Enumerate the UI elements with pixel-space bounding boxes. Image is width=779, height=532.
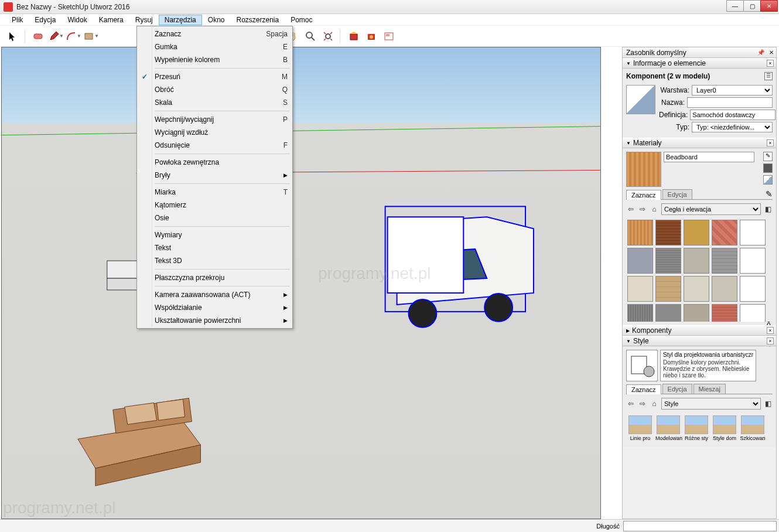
menu-kamera[interactable]: Kamera xyxy=(93,15,129,25)
material-swatch[interactable] xyxy=(712,276,737,302)
material-swatch[interactable] xyxy=(627,276,653,302)
material-swatch[interactable] xyxy=(684,220,709,245)
menu-item-wepchnij-wyci-gnij[interactable]: Wepchnij/wyciągnijP xyxy=(138,113,291,126)
material-swatch[interactable] xyxy=(712,304,737,322)
panel-close-icon[interactable]: × xyxy=(767,327,774,334)
layer-select[interactable]: Layer0 xyxy=(692,85,773,96)
material-swatch[interactable] xyxy=(627,220,653,245)
panel-close-icon[interactable]: × xyxy=(767,139,774,146)
material-swatch[interactable] xyxy=(684,248,709,274)
material-swatch[interactable] xyxy=(684,276,709,302)
material-swatch[interactable] xyxy=(655,220,681,245)
close-button[interactable]: ✕ xyxy=(760,0,778,12)
definition-input[interactable] xyxy=(690,110,775,120)
panel-close-icon[interactable]: × xyxy=(767,60,774,67)
menu-okno[interactable]: Okno xyxy=(202,15,231,25)
nav-back-icon[interactable]: ⇦ xyxy=(626,204,636,214)
type-select[interactable]: Typ: <niezdefiniow... xyxy=(692,122,773,132)
toggle-icon[interactable]: ☰ xyxy=(764,72,773,80)
materials-tab-edit[interactable]: Edycja xyxy=(662,189,692,199)
menu-item-gumka[interactable]: GumkaE xyxy=(138,40,291,53)
material-swatch[interactable] xyxy=(712,248,737,274)
menu-rysuj[interactable]: Rysuj xyxy=(129,15,159,25)
material-swatch[interactable] xyxy=(655,248,681,274)
material-swatch[interactable] xyxy=(740,248,766,274)
menu-item-skala[interactable]: SkalaS xyxy=(138,96,291,109)
material-swatch[interactable] xyxy=(627,304,653,322)
sample-material-icon[interactable] xyxy=(763,175,773,185)
menu-item-obr-[interactable]: ObróćQ xyxy=(138,83,291,96)
material-category-select[interactable]: Cegła i elewacja xyxy=(661,203,761,215)
layout-icon[interactable] xyxy=(381,28,397,45)
minimize-button[interactable]: — xyxy=(726,0,744,12)
nav-back-icon[interactable]: ⇦ xyxy=(626,399,636,408)
panel-close-icon[interactable]: × xyxy=(767,337,774,345)
material-swatch[interactable] xyxy=(740,304,766,322)
menu-edycja[interactable]: Edycja xyxy=(29,15,62,25)
menu-item-przesu-[interactable]: ✓PrzesuńM xyxy=(138,70,291,83)
menu-item-miarka[interactable]: MiarkaT xyxy=(138,186,291,199)
extension-warehouse-icon[interactable] xyxy=(363,28,380,45)
3d-viewport[interactable]: programy.net.pl programy.net.pl xyxy=(1,47,601,519)
style-name-input[interactable] xyxy=(663,352,753,358)
menu-item-wype-nienie-kolorem[interactable]: Wypełnienie koloremB xyxy=(138,53,291,66)
menu-icon[interactable]: ◧ xyxy=(763,399,773,408)
material-swatch[interactable] xyxy=(655,304,681,322)
menu-pomoc[interactable]: Pomoc xyxy=(285,15,318,25)
material-swatch[interactable] xyxy=(740,276,766,302)
style-folder[interactable]: Różne sty xyxy=(684,415,709,441)
menu-rozszerzenia[interactable]: Rozszerzenia xyxy=(230,15,285,25)
material-swatch[interactable] xyxy=(627,248,653,274)
eraser-tool-icon[interactable] xyxy=(30,28,47,45)
nav-forward-icon[interactable]: ⇨ xyxy=(638,204,647,214)
styles-panel-header[interactable]: ▼Style × xyxy=(623,336,776,346)
menu-narzędzia[interactable]: Narzędzia xyxy=(159,15,202,25)
warehouse-icon[interactable] xyxy=(346,28,362,45)
arc-tool-icon[interactable]: ▼ xyxy=(66,28,82,45)
select-tool-icon[interactable] xyxy=(5,28,21,45)
menu-plik[interactable]: Plik xyxy=(6,15,29,25)
menu-item-bry-y[interactable]: Bryły▶ xyxy=(138,169,291,182)
material-swatch[interactable] xyxy=(655,276,681,302)
menu-item-ukszta-towanie-powierzchni[interactable]: Ukształtowanie powierzchni▶ xyxy=(138,314,291,327)
zoom-extents-icon[interactable] xyxy=(320,28,336,45)
home-icon[interactable]: ⌂ xyxy=(650,204,659,214)
menu-item-p-aszczyzna-przekroju[interactable]: Płaszczyzna przekroju xyxy=(138,271,291,284)
materials-tab-select[interactable]: Zaznacz xyxy=(626,190,661,200)
menu-icon[interactable]: ◧ xyxy=(763,204,773,214)
pin-icon[interactable]: 📌 xyxy=(757,49,764,56)
tray-close-icon[interactable]: ✕ xyxy=(769,49,774,56)
menu-item-zaznacz[interactable]: ZaznaczSpacja xyxy=(138,28,291,40)
material-swatch[interactable] xyxy=(740,220,766,245)
styles-tab-edit[interactable]: Edycja xyxy=(662,384,692,394)
default-material-icon[interactable] xyxy=(763,163,773,173)
menu-item-kamera-zaawansowana-act-[interactable]: Kamera zaawansowana (ACT)▶ xyxy=(138,288,291,301)
style-folder[interactable]: Linie pro xyxy=(627,415,653,441)
zoom-tool-icon[interactable] xyxy=(302,28,319,45)
menu-item-odsuni-cie[interactable]: OdsunięcieF xyxy=(138,139,291,152)
styles-tab-select[interactable]: Zaznacz xyxy=(626,384,661,394)
material-name-input[interactable] xyxy=(664,152,754,162)
menu-item-wymiary[interactable]: Wymiary xyxy=(138,229,291,241)
measurement-input[interactable] xyxy=(623,521,777,531)
material-swatch[interactable] xyxy=(684,304,709,322)
menu-item-osie[interactable]: Osie xyxy=(138,212,291,224)
maximize-button[interactable]: ▢ xyxy=(743,0,761,12)
rectangle-tool-icon[interactable]: ▼ xyxy=(83,28,100,45)
home-icon[interactable]: ⌂ xyxy=(650,399,659,408)
styles-tab-mix[interactable]: Mieszaj xyxy=(693,384,726,394)
menu-item-k-tomierz[interactable]: Kątomierz xyxy=(138,199,291,212)
create-material-icon[interactable]: ✎ xyxy=(763,152,773,161)
pencil-tool-icon[interactable]: ▼ xyxy=(48,28,64,45)
style-folder[interactable]: Style dom xyxy=(712,415,737,441)
menu-item-tekst[interactable]: Tekst xyxy=(138,241,291,254)
menu-widok[interactable]: Widok xyxy=(62,15,93,25)
nav-forward-icon[interactable]: ⇨ xyxy=(638,399,647,408)
eyedropper-icon[interactable]: ✎ xyxy=(766,189,773,199)
style-folder[interactable]: Modelowan xyxy=(655,415,681,441)
style-category-select[interactable]: Style xyxy=(661,398,761,410)
menu-item-tekst-3d[interactable]: Tekst 3D xyxy=(138,254,291,267)
menu-item-pow-oka-zewn-trzna[interactable]: Powłoka zewnętrzna xyxy=(138,156,291,169)
materials-panel-header[interactable]: ▼Materiały × xyxy=(623,138,776,148)
components-panel-header[interactable]: ▶Komponenty × xyxy=(623,325,776,336)
